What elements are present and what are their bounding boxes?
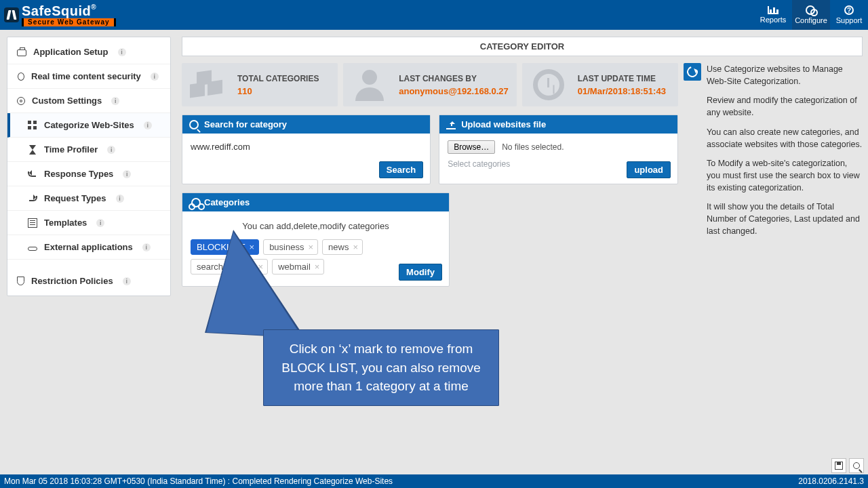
file-status: No files selected.: [502, 142, 564, 152]
help-paragraph: Review and modify the categorization of …: [707, 94, 863, 119]
info-icon: i: [116, 195, 124, 203]
topnav: Reports Configure Support: [754, 0, 868, 30]
category-tag[interactable]: searchengines×: [191, 259, 268, 274]
search-icon: [189, 120, 199, 129]
sidebar-categorize-websites[interactable]: Categorize Web-Sites i: [7, 113, 170, 138]
topnav-support[interactable]: Support: [830, 0, 868, 30]
briefcase-icon: [17, 49, 26, 56]
search-icon: [853, 462, 860, 469]
brand-name: SafeSquid®: [22, 4, 116, 18]
stat-label: LAST CHANGES BY: [399, 74, 509, 83]
topnav-configure-label: Configure: [795, 16, 827, 24]
sidebar-item-label: Custom Settings: [32, 96, 102, 106]
categories-hint: You can add,delete,modify categories: [191, 218, 441, 239]
sidebar-response-types[interactable]: Response Types i: [7, 162, 170, 186]
sidebar-item-label: External applications: [44, 242, 133, 252]
sidebar-item-label: Categorize Web-Sites: [44, 120, 134, 130]
remove-tag-icon[interactable]: ×: [353, 243, 358, 251]
search-input[interactable]: www.rediff.com: [191, 140, 422, 159]
browse-button[interactable]: Browse…: [448, 140, 495, 154]
sidebar-external-apps[interactable]: External applications i: [7, 235, 170, 260]
panel-categories: Categories You can add,delete,modify cat…: [182, 192, 450, 287]
info-icon: i: [142, 243, 151, 251]
chart-icon: [768, 6, 778, 14]
hourglass-icon: [28, 145, 37, 155]
remove-tag-icon[interactable]: ×: [250, 243, 255, 251]
info-icon: i: [118, 48, 126, 56]
info-icon: i: [151, 73, 159, 81]
template-icon: [28, 218, 37, 228]
sidebar-custom-settings[interactable]: Custom Settings i: [7, 89, 170, 113]
sidebar-restriction-policies[interactable]: Restriction Policies i: [7, 269, 170, 293]
cogs-icon: [806, 5, 816, 15]
sidebar-item-label: Restriction Policies: [31, 276, 113, 286]
sidebar-item-label: Real time content security: [31, 71, 141, 81]
info-icon: i: [123, 170, 131, 178]
version-label: 2018.0206.2141.3: [798, 476, 864, 486]
sidebar-templates[interactable]: Templates i: [7, 211, 170, 235]
refresh-button[interactable]: [684, 63, 701, 81]
shield-icon: [17, 277, 24, 285]
remove-tag-icon[interactable]: ×: [258, 262, 264, 271]
modify-button[interactable]: Modify: [399, 264, 442, 281]
find-button[interactable]: [849, 458, 864, 473]
grid-icon: [28, 121, 37, 130]
undo-icon: [28, 169, 37, 179]
topbar: SafeSquid® Secure Web Gateway Reports Co…: [0, 0, 868, 30]
sidebar-application-setup[interactable]: Application Setup i: [7, 40, 170, 64]
category-tag[interactable]: business×: [263, 239, 318, 255]
redo-icon: [28, 194, 37, 203]
category-tag[interactable]: news×: [322, 239, 363, 255]
info-icon: i: [123, 277, 131, 285]
topnav-reports-label: Reports: [760, 16, 787, 24]
help-text: Use Categorize websites to Manage Web-Si…: [707, 63, 863, 287]
sidebar-item-label: Application Setup: [33, 47, 108, 57]
sidebar-item-label: Request Types: [44, 193, 106, 203]
category-tag-label: news: [328, 242, 349, 252]
search-button[interactable]: Search: [379, 161, 423, 178]
save-icon: [835, 462, 843, 470]
category-tag[interactable]: webmail×: [272, 259, 324, 274]
panel-title: Upload websites file: [461, 119, 546, 129]
status-bar: Mon Mar 05 2018 16:03:28 GMT+0530 (India…: [0, 474, 868, 488]
sidebar: Application Setup i Real time content se…: [7, 37, 171, 296]
category-tag-label: webmail: [278, 262, 311, 272]
sidebar-realtime-security[interactable]: Real time content security i: [7, 64, 170, 89]
panel-upload: Upload websites file Browse… No files se…: [439, 115, 678, 184]
status-message: Mon Mar 05 2018 16:03:28 GMT+0530 (India…: [4, 476, 393, 486]
help-icon: [844, 5, 854, 15]
stats-row: TOTAL CATEGORIES 110 LAST CHANGES BY ano…: [182, 63, 678, 106]
sidebar-item-label: Time Profiler: [44, 144, 98, 155]
stat-value: anonymous@192.168.0.27: [399, 86, 509, 96]
upload-button[interactable]: upload: [627, 161, 671, 178]
stat-value: 110: [237, 86, 319, 96]
topnav-reports[interactable]: Reports: [754, 0, 792, 30]
category-tag-label: searchengines: [197, 262, 254, 272]
sidebar-item-label: Templates: [44, 218, 87, 228]
topnav-configure[interactable]: Configure: [792, 0, 830, 30]
bug-icon: [18, 73, 24, 81]
help-paragraph: You can also create new categories, and …: [707, 126, 863, 150]
stat-last-changes-by: LAST CHANGES BY anonymous@192.168.0.27: [343, 63, 517, 106]
save-button[interactable]: [831, 458, 846, 473]
sidebar-request-types[interactable]: Request Types i: [7, 186, 170, 211]
gear-icon: [17, 97, 25, 105]
panel-title: Categories: [204, 197, 250, 207]
stat-last-update-time: LAST UPDATE TIME 01/Mar/2018:18:51:43: [522, 63, 678, 106]
category-tag[interactable]: BLOCKLIST×: [191, 239, 259, 255]
sidebar-time-profiler[interactable]: Time Profiler i: [7, 138, 170, 162]
clock-icon: [533, 69, 564, 100]
help-paragraph: To Modify a web-site's categorization, y…: [707, 157, 863, 194]
page-title: CATEGORY EDITOR: [182, 37, 863, 56]
info-icon: i: [111, 97, 119, 105]
panel-search: Search for category www.rediff.com Searc…: [182, 115, 431, 184]
brand: SafeSquid® Secure Web Gateway: [0, 0, 120, 30]
info-icon: i: [107, 146, 115, 154]
remove-tag-icon[interactable]: ×: [315, 262, 320, 271]
topnav-support-label: Support: [836, 16, 863, 24]
refresh-icon: [685, 64, 700, 79]
remove-tag-icon[interactable]: ×: [308, 243, 313, 251]
brand-logo-icon: [4, 7, 19, 22]
stat-value: 01/Mar/2018:18:51:43: [578, 86, 666, 96]
sidebar-item-label: Response Types: [44, 169, 113, 179]
